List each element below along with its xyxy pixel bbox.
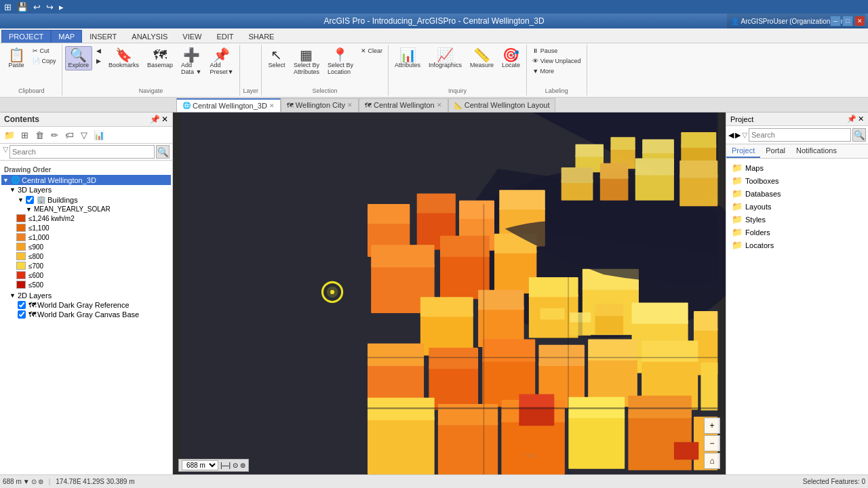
proj-item-databases[interactable]: 📁 Databases [729,187,865,200]
svg-rect-5 [610,137,635,150]
scale-dropdown-icon[interactable]: ▼ [23,478,30,485]
tab-map[interactable]: MAP [51,30,82,43]
locate-btn[interactable]: 🎯 Locate [498,46,524,70]
tab-analysis[interactable]: ANALYSIS [124,30,175,43]
nav-next-btn[interactable]: ▶ [94,56,104,66]
copy-btn[interactable]: 📄 Copy [30,56,59,66]
proj-item-folders[interactable]: 📁 Folders [729,226,865,239]
attributes-btn[interactable]: 📊 Attributes [391,46,424,70]
tab-edit[interactable]: EDIT [209,30,241,43]
doc-tab-wellington-city[interactable]: 🗺 Wellington City ✕ [281,98,359,112]
world-dark-canvas-checkbox[interactable] [18,310,26,319]
scale-ext-btn[interactable]: ⊚ [38,478,43,485]
expand-map-icon[interactable]: ▼ [3,177,9,184]
add-preset-btn[interactable]: 📌 AddPreset▼ [207,46,237,77]
edit-layer-btn[interactable]: ✏ [47,128,61,142]
contents-pin-btn[interactable]: 📌 [150,115,160,124]
add-folder-btn[interactable]: 📁 [3,128,16,142]
select-btn[interactable]: ↖ Select [264,46,289,70]
doc-tab-central-wellington-3d[interactable]: 🌐 Central Wellington_3D ✕ [176,98,281,112]
map-canvas[interactable]: Arc... [173,113,726,474]
doc-tab-layout[interactable]: 📐 Central Wellington Layout [448,98,556,112]
label-btn[interactable]: 🏷 [62,128,76,142]
scale-snap-btn[interactable]: ⊙ [31,478,37,485]
chart-btn[interactable]: 📊 [92,128,106,142]
close-btn[interactable]: ✕ [854,16,865,26]
proj-item-toolboxes[interactable]: 📁 Toolboxes [729,174,865,187]
qa-run-btn[interactable]: ▸ [58,2,65,12]
map-area[interactable]: Arc... + − ⌂ 688 m |—| ⊙ ⊚ [173,113,726,474]
tree-buildings[interactable]: ▼ 🏢 Buildings [1,195,171,205]
remove-btn[interactable]: 🗑 [33,128,46,142]
proj-back-btn[interactable]: ◀ [728,131,734,140]
add-group-btn[interactable]: ⊞ [18,128,31,142]
scale-icon-2[interactable]: ⊚ [240,462,245,469]
proj-tab-project[interactable]: Project [726,144,760,158]
project-search-btn[interactable]: 🔍 [852,128,866,142]
expand-2d-icon[interactable]: ▼ [9,292,16,299]
proj-item-locators[interactable]: 📁 Locators [729,239,865,251]
tree-2d-layers[interactable]: ▼ 2D Layers [1,291,171,300]
project-search-input[interactable] [749,128,851,142]
tree-world-dark-ref[interactable]: 🗺 World Dark Gray Reference [1,300,171,310]
zoom-in-btn[interactable]: + [704,418,720,434]
tab-view[interactable]: VIEW [175,30,209,43]
full-extent-btn[interactable]: ⌂ [704,453,720,469]
qa-save-btn[interactable]: 💾 [16,2,29,12]
tree-3d-layers[interactable]: ▼ 3D Layers [1,185,171,195]
more-btn[interactable]: ▼ More [530,66,557,76]
filter-btn[interactable]: ▽ [77,128,91,142]
minimize-btn[interactable]: ─ [830,16,841,26]
select-by-attr-btn[interactable]: ▦ Select ByAttributes [290,46,323,77]
project-pin-btn[interactable]: 📌 [847,115,856,123]
cut-btn[interactable]: ✂ Cut [30,46,59,56]
main-layout: Contents 📌 ✕ 📁 ⊞ 🗑 ✏ 🏷 ▽ 📊 ▽ 🔍 Drawing O… [0,113,868,474]
add-data-btn[interactable]: ➕ AddData ▼ [178,46,205,77]
expand-solar-icon[interactable]: ▼ [26,206,33,213]
infographics-btn[interactable]: 📈 Infographics [425,46,465,70]
bookmarks-btn[interactable]: 🔖 Bookmarks [105,46,142,70]
tab-share[interactable]: SHARE [241,30,282,43]
scale-icon-1[interactable]: ⊙ [233,462,238,469]
expand-3d-icon[interactable]: ▼ [9,186,16,193]
tree-world-dark-canvas[interactable]: 🗺 World Dark Gray Canvas Base [1,310,171,319]
databases-folder-icon: 📁 [732,188,743,199]
qa-redo-btn[interactable]: ↪ [45,2,55,12]
svg-rect-16 [679,174,717,206]
measure-btn[interactable]: 📏 Measure [467,46,497,70]
proj-item-maps[interactable]: 📁 Maps [729,161,865,174]
world-dark-ref-checkbox[interactable] [18,301,26,309]
paste-btn[interactable]: 📋 Paste [4,46,28,70]
proj-forward-btn[interactable]: ▶ [735,131,741,140]
clear-btn[interactable]: ✕ Clear [358,46,385,56]
qa-undo-btn[interactable]: ↩ [32,2,42,12]
project-close-btn[interactable]: ✕ [858,115,864,123]
nav-prev-btn[interactable]: ◀ [94,46,104,56]
basemap-btn[interactable]: 🗺 Basemap [144,46,176,70]
view-unplaced-btn[interactable]: 👁 View Unplaced [530,56,583,66]
contents-search-input[interactable] [9,145,155,159]
restore-btn[interactable]: □ [842,16,853,26]
zoom-out-btn[interactable]: − [704,435,720,451]
explore-btn[interactable]: 🔍 Explore [65,46,93,70]
expand-buildings-icon[interactable]: ▼ [18,197,24,203]
tab-project[interactable]: PROJECT [1,30,51,43]
scale-dropdown[interactable]: 688 m [182,460,218,470]
doc-tab-close-cw[interactable]: ✕ [437,102,442,108]
proj-tab-portal[interactable]: Portal [760,144,791,158]
buildings-checkbox[interactable] [26,196,34,204]
tab-insert[interactable]: INSERT [82,30,124,43]
proj-item-styles[interactable]: 📁 Styles [729,213,865,226]
contents-search-btn[interactable]: 🔍 [156,145,170,159]
doc-tab-central-wellington[interactable]: 🗺 Central Wellington ✕ [359,98,448,112]
proj-item-layouts[interactable]: 📁 Layouts [729,200,865,213]
qa-new-btn[interactable]: ⊞ [3,2,13,12]
doc-tab-close-wc[interactable]: ✕ [347,102,353,108]
proj-tab-notifications[interactable]: Notifications [791,144,842,158]
select-by-loc-btn[interactable]: 📍 Select ByLocation [324,46,357,77]
pause-btn[interactable]: ⏸ Pause [530,46,560,56]
contents-close-btn[interactable]: ✕ [161,115,168,124]
doc-tab-close-3d[interactable]: ✕ [269,102,275,109]
tree-map-root[interactable]: ▼ 🌐 Central Wellington_3D [1,175,171,185]
tree-solar-layer[interactable]: ▼ MEAN_YEARLY_SOLAR [1,205,171,214]
